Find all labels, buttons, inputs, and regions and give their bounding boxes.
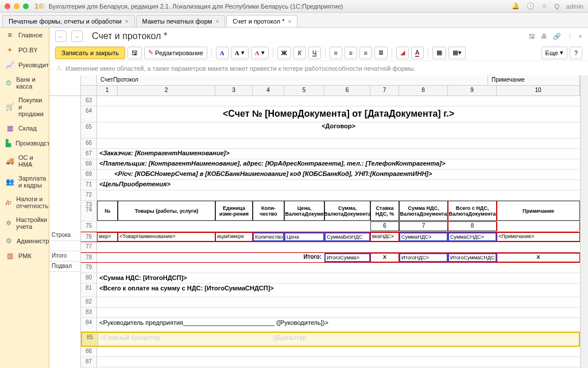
nav-sidebar: ≡Главное ✦PO.BY 📈Руководителю ⊙Банк и ка… — [0, 28, 49, 368]
grid-icon: ▦ — [6, 124, 14, 132]
more-button[interactable]: Еще ▾ — [541, 47, 567, 59]
align-left-button[interactable]: ≡ — [330, 47, 342, 59]
minimize-window[interactable] — [14, 3, 20, 9]
close-window[interactable] — [5, 3, 10, 9]
th-sum[interactable]: Сумма, ВалютаДокумента — [324, 201, 370, 221]
sidebar-item-poby[interactable]: ✦PO.BY — [0, 43, 49, 57]
total-payable-field[interactable]: <Всего к оплате на сумму с НДС: [ИтогоСу… — [97, 283, 580, 297]
options-icon[interactable]: ⋮ — [567, 33, 573, 40]
history-icon[interactable]: 🕓 — [527, 2, 535, 10]
close-content-icon[interactable]: × — [579, 33, 582, 40]
align-justify-button[interactable]: ≣ — [374, 47, 388, 59]
th-num[interactable]: № — [97, 201, 118, 221]
vertical-scrollbar[interactable] — [580, 75, 588, 368]
debit-icon: Дт — [6, 198, 11, 206]
account-field[interactable]: <Р/сч: [КОБСНомерСчета] в [КОБСБанкНаиме… — [97, 170, 580, 179]
payer-field[interactable]: <Плательщик: [КонтрагентНаименование], а… — [97, 159, 580, 169]
close-icon[interactable]: × — [288, 18, 291, 25]
color-fill-button[interactable]: ◢ — [396, 47, 409, 59]
document-tabs: Печатные формы, отчеты и обработки× Маке… — [0, 13, 588, 28]
color-text-button[interactable]: A — [411, 47, 424, 59]
gear-icon: ⚙ — [6, 237, 12, 245]
sidebar-item-assets[interactable]: 🚚ОС и НМА — [0, 151, 49, 171]
italic-button[interactable]: К — [293, 47, 306, 59]
window-title: Бухгалтерия для Беларуси, редакция 2.1. … — [49, 3, 512, 10]
sidebar-item-rmk[interactable]: ▥РМК — [0, 248, 49, 263]
sidebar-item-sales[interactable]: 🛒Покупки и продажи — [0, 93, 49, 121]
close-icon[interactable]: × — [125, 18, 129, 25]
favorite-icon[interactable]: ☆ — [541, 2, 547, 10]
th-unit[interactable]: Единица изме-рения — [215, 201, 253, 221]
cart-icon: 🛒 — [6, 103, 14, 111]
sidebar-item-main[interactable]: ≡Главное — [0, 28, 49, 43]
sidebar-item-production[interactable]: ▙Производство — [0, 136, 49, 151]
th-vat-rate[interactable]: Ставка НДС, % — [370, 201, 399, 221]
column-headers: 1 2 3 4 5 6 7 8 9 10 — [81, 86, 580, 96]
font-fill-button[interactable]: A▾ — [231, 47, 249, 59]
sidebar-item-taxes[interactable]: ДтНалоги и отчетность — [0, 192, 49, 213]
truck-icon: 🚚 — [6, 157, 14, 165]
th-goods[interactable]: Товары (работы, услуги) — [118, 201, 215, 221]
sidebar-item-admin[interactable]: ⚙Администрирование — [0, 233, 49, 248]
bold-button[interactable]: Ж — [277, 47, 291, 59]
row-region-labels: Строка Итого Подвал — [49, 75, 81, 368]
th-qty[interactable]: Коли-чество — [253, 201, 284, 221]
sidebar-item-bank[interactable]: ⊙Банк и касса — [0, 72, 49, 93]
purpose-field[interactable]: <ЦельПриобретения> — [97, 180, 580, 190]
save-close-button[interactable]: Записать и закрыть — [55, 47, 125, 59]
underline-button[interactable]: Ч — [308, 47, 321, 59]
font-clear-button[interactable]: A▾ — [251, 47, 269, 59]
row-label: Подвал — [49, 262, 80, 272]
spreadsheet[interactable]: Строка Итого Подвал СчетПротокол Примеча… — [49, 75, 588, 368]
editing-button[interactable]: ✎Редактирование — [144, 47, 207, 59]
th-price[interactable]: Цена, ВалютаДокуме — [284, 201, 324, 221]
content-area: ← → Счет и протокол * 🖫 🖶 🔗 ⋮ × Записать… — [49, 28, 588, 368]
user-label[interactable]: admin — [566, 3, 583, 10]
save-button[interactable]: 🖫 — [127, 47, 142, 59]
sidebar-item-salary[interactable]: 👥Зарплата и кадры — [0, 171, 49, 192]
customer-field[interactable]: <Заказчик: [КонтрагентНаименование]> — [97, 149, 580, 159]
vat-sum-field[interactable]: <Сумма НДС: [ИтогоНДСП]> — [97, 273, 580, 283]
selected-row[interactable]: 85 <Главный бухгалтер ([Бухгалтер — [81, 332, 580, 347]
maximize-window[interactable] — [23, 3, 29, 9]
row-label: Строка — [49, 231, 80, 241]
chart-icon: 📈 — [6, 61, 14, 69]
save-icon[interactable]: 🖫 — [529, 33, 535, 40]
help-button[interactable]: ? — [570, 47, 582, 59]
borders-button[interactable]: ▦ — [432, 47, 446, 59]
align-center-button[interactable]: ≡ — [345, 47, 357, 59]
tab-invoice-protocol[interactable]: Счет и протокол *× — [226, 15, 297, 27]
star-icon: ✦ — [6, 46, 14, 54]
titlebar: 1© Бухгалтерия для Беларуси, редакция 2.… — [0, 0, 588, 13]
director-sign-field[interactable]: <Руководитель предприятия_______________… — [97, 318, 580, 331]
th-total[interactable]: Всего с НДС, ВалютаДокумента — [448, 201, 497, 221]
content-header: ← → Счет и протокол * 🖫 🖶 🔗 ⋮ × — [49, 28, 588, 45]
tab-print-forms[interactable]: Печатные формы, отчеты и обработки× — [2, 15, 135, 27]
th-vat-sum[interactable]: Сумма НДС, ВалютаДокумента — [399, 201, 448, 221]
toolbar: Записать и закрыть 🖫 ✎Редактирование A A… — [49, 45, 588, 61]
print-icon[interactable]: 🖶 — [541, 33, 547, 40]
window-controls — [5, 3, 29, 9]
sidebar-item-settings[interactable]: ✲Настройки учета — [0, 213, 49, 233]
people-icon: 👥 — [6, 178, 14, 186]
page-title: Счет и протокол * — [92, 31, 167, 41]
doc-contract[interactable]: <Договор> — [97, 122, 580, 138]
align-right-button[interactable]: ≡ — [359, 47, 372, 59]
close-icon[interactable]: × — [215, 18, 219, 25]
doc-title[interactable]: <Счет № [НомерДокумента] от [ДатаДокумен… — [97, 106, 580, 122]
borders-dropdown[interactable]: ▦▾ — [448, 47, 466, 59]
tab-layouts[interactable]: Макеты печатных форм× — [136, 15, 226, 27]
sidebar-item-manager[interactable]: 📈Руководителю — [0, 57, 49, 72]
th-note[interactable]: Примечание — [497, 201, 580, 221]
factory-icon: ▙ — [6, 139, 11, 147]
font-button[interactable]: A — [216, 47, 229, 59]
grid-body[interactable]: 63 64<Счет № [НомерДокумента] от [ДатаДо… — [81, 96, 580, 368]
nav-forward[interactable]: → — [71, 30, 83, 42]
notifications-icon[interactable]: 🔔 — [512, 2, 520, 10]
sidebar-item-warehouse[interactable]: ▦Склад — [0, 121, 49, 136]
menu-icon: ≡ — [6, 31, 14, 39]
link-icon[interactable]: 🔗 — [553, 33, 561, 40]
warning-bar: ⚠ Изменение имен областей, а также парам… — [49, 61, 588, 75]
search-icon[interactable]: Q — [554, 3, 559, 10]
nav-back[interactable]: ← — [55, 30, 67, 42]
